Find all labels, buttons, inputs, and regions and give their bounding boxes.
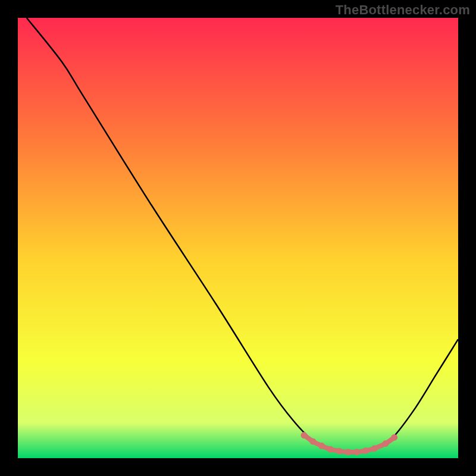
gradient-background — [18, 18, 458, 458]
optimal-zone-point — [371, 445, 378, 452]
plot-area — [18, 18, 458, 458]
optimal-zone-point — [353, 449, 360, 455]
optimal-zone-point — [327, 446, 334, 453]
optimal-zone-point — [336, 448, 343, 455]
optimal-zone-point — [318, 443, 325, 449]
optimal-zone-point — [382, 440, 389, 447]
chart-svg — [18, 18, 458, 458]
optimal-zone-point — [301, 432, 308, 439]
optimal-zone-point — [362, 447, 369, 454]
optimal-zone-point — [391, 434, 397, 441]
watermark-text: TheBottlenecker.com — [336, 2, 470, 18]
chart-frame: TheBottlenecker.com — [0, 0, 476, 476]
optimal-zone-point — [309, 438, 316, 444]
optimal-zone-point — [345, 449, 352, 455]
